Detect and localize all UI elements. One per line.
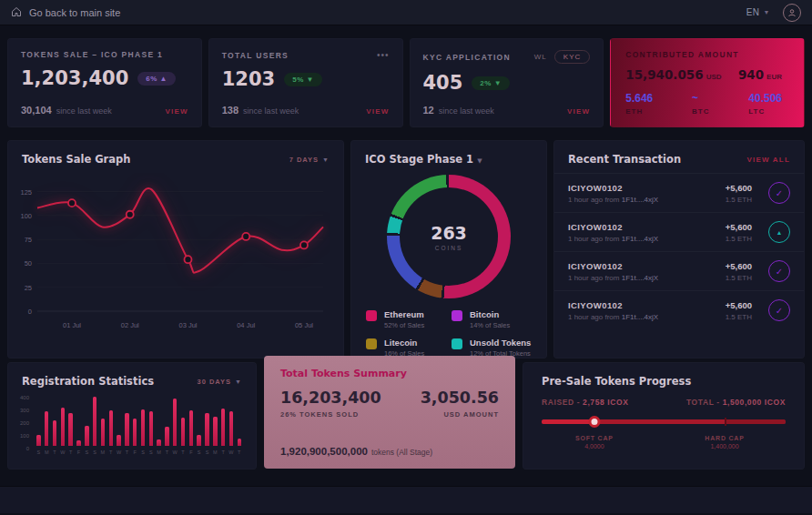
svg-text:01 Jul: 01 Jul (63, 321, 81, 329)
registration-bar (238, 439, 241, 446)
view-link[interactable]: VIEW (366, 107, 389, 116)
tab-kyc[interactable]: KYC (554, 50, 590, 64)
registration-bar (125, 413, 128, 446)
ico-stage-donut-chart: 263 COINS (387, 175, 511, 298)
hard-cap-notch (725, 418, 726, 426)
card-title: Recent Transaction (568, 153, 681, 166)
soft-cap-marker: SOFT CAP 4,0000 (575, 435, 614, 449)
triangle-circle-icon[interactable]: ▲ (768, 221, 790, 243)
transaction-eth-amount: 1.5 ETH (726, 274, 752, 282)
language-label: EN (746, 7, 760, 17)
total-tokens-line: 1,920,900,500,000tokens (All Stage) (280, 446, 499, 457)
usd-amount-block: 3,050.56 USD AMOUNT (421, 389, 499, 419)
transaction-row[interactable]: ICIYOW0102 1 hour ago from 1F1t....4xjX … (554, 251, 804, 290)
delta-value: 30,104 (21, 105, 52, 116)
transaction-row[interactable]: ICIYOW0102 1 hour ago from 1F1t....4xjX … (554, 173, 804, 212)
registration-bar (197, 435, 200, 446)
registration-bar (53, 420, 56, 446)
registration-bar (221, 409, 225, 446)
kyc-value: 405 (423, 72, 463, 94)
tokens-sale-value: 1,203,400 (21, 67, 128, 89)
registration-bar (101, 419, 105, 446)
home-icon (11, 5, 22, 21)
legend-label: Litecoin (384, 338, 424, 348)
transaction-amount: +5,600 (726, 222, 752, 232)
registration-statistics-card: Registration Statistics 30 DAYS▼ 4003002… (7, 362, 257, 470)
svg-text:125: 125 (20, 188, 32, 197)
tokens-sold-block: 16,203,400 26% TOKENS SOLD (280, 389, 381, 419)
view-link[interactable]: VIEW (166, 107, 188, 116)
arrow-up-icon: ▲ (160, 75, 167, 83)
back-to-main-site-link[interactable]: Go back to main site (11, 5, 120, 21)
range-dropdown[interactable]: 7 DAYS▼ (289, 156, 330, 164)
view-all-link[interactable]: VIEW ALL (746, 156, 790, 164)
ltc-amount: 40.506LTC (748, 92, 782, 116)
ico-stage-card: ICO Stage Phase 1 ▼ 263 COINS Ethereum 5… (350, 140, 547, 358)
registration-bar (189, 410, 193, 446)
transaction-id: ICIYOW0102 (568, 300, 726, 310)
registration-bar (205, 413, 208, 446)
legend-label: Unsold Tokens (470, 338, 531, 348)
card-title: Pre-Sale Tokens Progress (542, 375, 786, 388)
language-dropdown[interactable]: EN ▼ (746, 7, 770, 17)
registration-bar (45, 411, 48, 446)
transaction-eth-amount: 1.5 ETH (726, 235, 752, 243)
more-menu-icon[interactable]: ••• (377, 50, 390, 60)
registration-bar (141, 409, 145, 446)
tokens-sold-value: 16,203,400 (280, 389, 381, 407)
legend-swatch (366, 338, 377, 349)
card-title: Registration Statistics (22, 375, 154, 388)
view-link[interactable]: VIEW (567, 107, 590, 116)
registration-bar (173, 399, 177, 446)
registration-bar (36, 435, 40, 446)
check-circle-icon[interactable]: ✓ (768, 299, 790, 321)
chevron-down-icon: ▼ (322, 157, 330, 163)
total-amount: TOTAL - 1,500,000 ICOX (686, 398, 786, 407)
legend-swatch (452, 310, 462, 321)
total-users-card: TOTAL USERS ••• 1203 5% ▼ 138 since last… (208, 38, 403, 127)
legend-item: Unsold Tokens 12% of Total Tokens (452, 338, 532, 358)
kyc-application-card: KYC APPLICATION WL KYC 405 2% ▼ 12 since… (410, 38, 604, 127)
usd-amount: 15,940.056USD (625, 66, 721, 83)
range-dropdown[interactable]: 30 DAYS▼ (197, 378, 242, 386)
registration-bar (109, 410, 113, 446)
change-badge: 2% ▼ (472, 76, 510, 90)
check-circle-icon[interactable]: ✓ (768, 260, 790, 282)
transaction-meta: 1 hour ago from 1F1t....4xjX (568, 196, 726, 204)
card-title: Tokens Sale Graph (22, 153, 130, 166)
transaction-row[interactable]: ICIYOW0102 1 hour ago from 1F1t....4xjX … (554, 290, 804, 329)
registration-bar (181, 418, 185, 446)
chevron-down-icon: ▼ (764, 9, 770, 15)
svg-text:03 Jul: 03 Jul (178, 321, 197, 329)
registration-bar (85, 426, 88, 446)
transaction-id: ICIYOW0102 (568, 183, 726, 193)
transaction-row[interactable]: ICIYOW0102 1 hour ago from 1F1t....4xjX … (554, 212, 804, 251)
raised-amount: RAISED - 2,758 ICOX (542, 398, 629, 407)
topbar: Go back to main site EN ▼ (0, 0, 812, 25)
legend-item: Litecoin 16% of Sales (366, 338, 446, 358)
tab-wl[interactable]: WL (534, 53, 547, 61)
delta-label: since last week (56, 106, 112, 116)
presale-progress-card: Pre-Sale Tokens Progress RAISED - 2,758 … (523, 362, 805, 470)
tokens-sale-card: TOKENS SALE – ICO PHASE 1 1,203,400 6% ▲… (7, 38, 202, 127)
change-badge: 5% ▼ (284, 73, 322, 86)
eth-amount: 5.646ETH (625, 92, 653, 116)
legend-label: Bitcoin (470, 309, 510, 319)
footer-bar (0, 486, 812, 513)
check-circle-icon[interactable]: ✓ (768, 182, 790, 204)
registration-bar (93, 397, 96, 446)
card-title: Total Tokens Summary (280, 368, 499, 379)
svg-text:100: 100 (20, 212, 32, 220)
svg-text:04 Jul: 04 Jul (237, 321, 255, 329)
card-label: TOKENS SALE – ICO PHASE 1 (21, 50, 163, 59)
slider-knob[interactable] (588, 416, 600, 428)
legend-swatch (366, 310, 377, 321)
user-avatar[interactable] (783, 4, 801, 22)
delta-value: 12 (423, 105, 434, 116)
card-label: TOTAL USERS (222, 51, 289, 60)
legend-item: Ethereum 52% of Sales (366, 309, 446, 329)
slider-tail (726, 419, 786, 424)
card-title[interactable]: ICO Stage Phase 1 ▼ (365, 153, 482, 166)
tokens-sale-graph-card: Tokens Sale Graph 7 DAYS▼ 02550751001250… (7, 140, 344, 358)
delta-label: since last week (439, 106, 494, 116)
